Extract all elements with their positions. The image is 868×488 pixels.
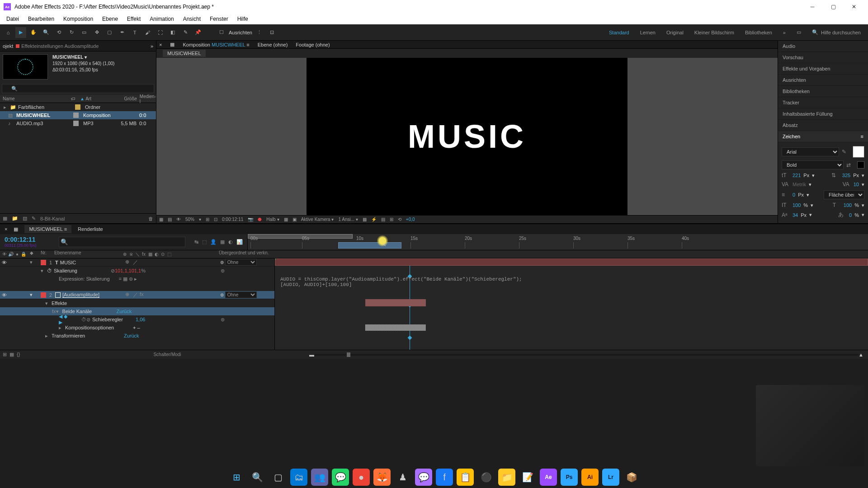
font-family-dropdown[interactable]: Arial (782, 147, 839, 156)
menu-fenster[interactable]: Fenster (205, 16, 233, 22)
expr-pickwhip-icon[interactable]: ⊚ (221, 268, 274, 274)
transparency-icon[interactable]: ▦ (284, 217, 288, 222)
reset-link[interactable]: Zurück (124, 333, 139, 338)
prop-schieberegler[interactable]: ◀ ◆ ▶ ⏱ ⊘ Schieberegler 1,06 ⊚ (0, 315, 274, 324)
res-grid-icon[interactable]: ⊞ (206, 217, 209, 222)
fast-preview-icon[interactable]: ⚡ (371, 217, 377, 222)
channels-icon[interactable]: ⬣ (258, 217, 262, 222)
new-comp-icon[interactable]: ▧ (23, 216, 27, 221)
new-folder-icon[interactable]: 📁 (12, 216, 18, 221)
eye-icon[interactable]: 👁 (2, 292, 7, 298)
interpret-icon[interactable]: ▦ (3, 216, 7, 221)
parent-dropdown[interactable]: Ohne (225, 259, 257, 266)
col-name[interactable]: Ebenenname (54, 250, 122, 258)
prop-skalierung[interactable]: ▾ ⏱ Skalierung ⊘ 101,1,101,1% ⊚ (0, 267, 274, 275)
home-icon[interactable]: ⌂ (3, 27, 14, 38)
frame-blend-icon[interactable]: ▦ (220, 239, 225, 245)
swap-icon[interactable]: ⇄ (846, 162, 854, 168)
layer-2-bar[interactable] (365, 299, 426, 306)
timeline-src-icon[interactable]: ▦ (14, 226, 18, 232)
project-item-folder[interactable]: ▸📁 Farbflächen Ordner (0, 103, 156, 111)
eye-icon[interactable]: 👁 (2, 260, 7, 265)
prop-effekte[interactable]: ▾Effekte (0, 299, 274, 307)
snapshot-icon[interactable]: 📷 (248, 217, 253, 222)
start-button[interactable]: ⊞ (228, 469, 245, 486)
col-art[interactable]: ▲ Art (80, 96, 115, 101)
comp-thumbnail[interactable] (3, 54, 48, 80)
hand-tool-icon[interactable]: ✋ (28, 27, 39, 38)
panel-audio[interactable]: Audio (778, 41, 868, 52)
app-icon-2[interactable]: ♟ (394, 469, 411, 486)
menu-ebene[interactable]: Ebene (98, 16, 123, 22)
adjust-icon[interactable]: ✎ (32, 216, 36, 221)
illustrator-icon[interactable]: Ai (581, 469, 599, 486)
eraser-tool-icon[interactable]: ◧ (167, 27, 178, 38)
leading-value[interactable]: 325 (842, 173, 850, 178)
breadcrumb-item[interactable]: MUSICWHEEL (163, 50, 206, 57)
baseline-value[interactable]: 34 (793, 212, 798, 218)
panel-menu-icon[interactable]: ≡ (861, 134, 863, 139)
tab-footage[interactable]: Footage (ohne) (296, 42, 330, 47)
vscale-value[interactable]: 100 (793, 202, 801, 208)
explorer-icon[interactable]: 🗂 (290, 469, 307, 486)
timeline-tab-comp[interactable]: MUSICWHEEL ≡ (24, 225, 71, 233)
orbit-tool-icon[interactable]: ⟲ (53, 27, 64, 38)
zoom-out-icon[interactable]: ▬ (309, 352, 314, 357)
work-area-bar[interactable] (248, 234, 353, 239)
camera-tool-icon[interactable]: ▭ (79, 27, 90, 38)
pixel-aspect-icon[interactable]: ▦ (363, 217, 367, 222)
layer-row-2[interactable]: 👁 ▾ 2 [Audioamplitude] ⊕／fx ⊚ Ohne (0, 291, 274, 299)
timeline-search-input[interactable] (59, 237, 185, 247)
shy-icon[interactable]: 👤 (210, 239, 217, 245)
timeline-close-icon[interactable]: × (5, 226, 7, 232)
timeline-icon[interactable]: ▤ (381, 217, 385, 222)
toggle-switches-icon[interactable]: ⊞ (3, 352, 7, 357)
zoom-dropdown-icon[interactable]: ▾ (199, 217, 201, 222)
views-dropdown[interactable]: 1 Ansi... ▾ (338, 217, 358, 222)
stroke-value[interactable]: 0 (793, 192, 795, 197)
menu-komposition[interactable]: Komposition (59, 16, 98, 22)
panel-ausrichten[interactable]: Ausrichten (778, 75, 868, 86)
app-icon-3[interactable]: 📋 (457, 469, 474, 486)
workspace-kleiner[interactable]: Kleiner Bildschirm (694, 30, 734, 35)
panel-bibliotheken[interactable]: Bibliotheken (778, 86, 868, 97)
project-item-comp[interactable]: ▧ MUSICWHEEL Komposition 0:0 (0, 111, 156, 119)
rotate-tool-icon[interactable]: ↻ (66, 27, 77, 38)
3d-icon[interactable]: ▣ (292, 217, 297, 222)
plus-minus-icons[interactable]: + – (133, 325, 140, 330)
prop-komp-optionen[interactable]: ▸Kompositionsoptionen + – (0, 324, 274, 332)
switch-modes-label[interactable]: Schalter/Modi (30, 352, 305, 357)
project-item-audio[interactable]: ♪ AUDIO.mp3 MP3 5,5 MB 0:0 (0, 119, 156, 127)
menu-ansicht[interactable]: Ansicht (179, 16, 205, 22)
after-effects-icon[interactable]: Ae (540, 469, 557, 486)
color-tag[interactable] (73, 121, 79, 126)
col-nr[interactable]: Nr. (41, 250, 54, 258)
layer-tag[interactable] (41, 292, 46, 298)
task-view-button[interactable]: ▢ (269, 469, 287, 486)
next-key-icon[interactable]: ▶ (59, 319, 62, 325)
expr-pickwhip-icon[interactable]: ⊚ (221, 317, 274, 323)
stamp-tool-icon[interactable]: ⛶ (155, 27, 165, 38)
minimize-button[interactable]: ─ (802, 0, 823, 14)
project-search-input[interactable] (2, 84, 154, 93)
skalierung-value[interactable]: 101,1,101,1 (115, 268, 141, 273)
comp-mini-flowchart-icon[interactable]: ↹ (194, 239, 198, 245)
col-size[interactable]: Größe (115, 96, 137, 101)
panel-absatz[interactable]: Absatz (778, 120, 868, 131)
audio-col-icon[interactable]: 🔊 (8, 252, 14, 257)
toggle-alpha-icon[interactable]: ▦ (159, 217, 163, 222)
expr-graph-icon[interactable]: ▦ (123, 276, 127, 282)
stroke-color-swatch[interactable] (857, 161, 864, 169)
link-icon[interactable]: ⊘ (111, 268, 115, 274)
font-size-value[interactable]: 221 (793, 173, 801, 178)
rect-tool-icon[interactable]: ▢ (104, 27, 115, 38)
expr-lang-icon[interactable]: ▸ (134, 276, 137, 282)
color-tag[interactable] (75, 104, 80, 110)
trash-icon[interactable]: 🗑 (148, 216, 153, 221)
expr-whip-icon[interactable]: ⊚ (129, 276, 133, 282)
viewer-lock-icon[interactable]: × (159, 42, 162, 47)
toggle-cc-icon[interactable]: 👁 (176, 217, 181, 222)
add-key-icon[interactable]: ◆ (64, 314, 67, 319)
toggle-mask-icon[interactable]: ▤ (168, 217, 172, 222)
exposure-value[interactable]: +0,0 (406, 217, 415, 222)
